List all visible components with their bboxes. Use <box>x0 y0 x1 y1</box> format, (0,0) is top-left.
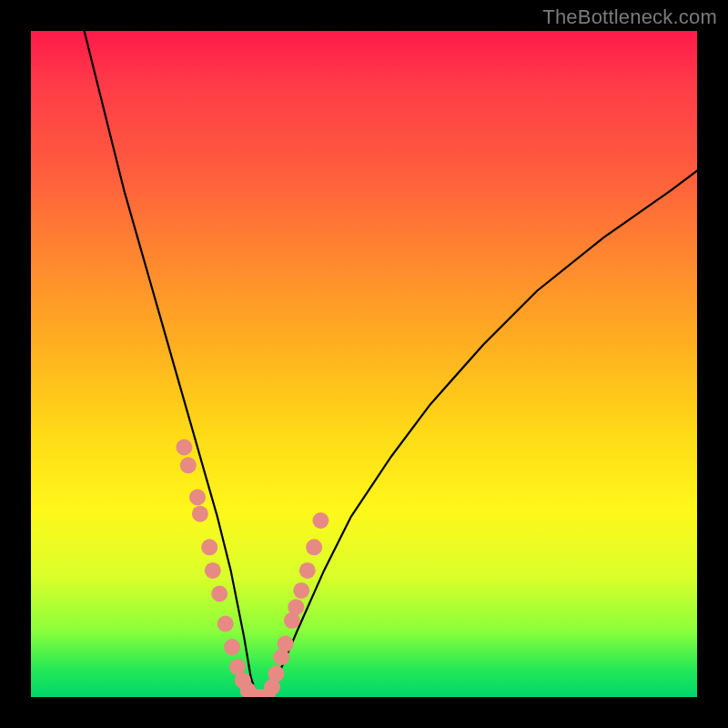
curve-marker <box>224 639 240 655</box>
curve-marker <box>180 457 197 473</box>
curve-marker <box>192 506 208 522</box>
curve-marker <box>293 582 309 599</box>
curve-marker <box>278 635 294 652</box>
watermark-text: TheBottleneck.com <box>542 5 717 29</box>
bottleneck-curve-path <box>85 31 697 697</box>
curve-marker <box>312 512 329 529</box>
curve-marker <box>299 562 316 579</box>
curve-marker <box>201 539 217 555</box>
curve-marker <box>217 616 234 632</box>
curve-marker <box>306 539 322 555</box>
curve-marker <box>211 586 228 602</box>
curve-markers-left <box>176 440 256 698</box>
curve-marker <box>176 440 192 456</box>
chart-svg <box>31 31 697 697</box>
curve-marker <box>205 562 221 579</box>
curve-markers-right <box>264 512 329 695</box>
curve-markers-bottom <box>244 689 276 697</box>
curve-marker <box>288 599 304 615</box>
chart-frame: TheBottleneck.com <box>0 0 728 728</box>
curve-marker <box>189 489 206 505</box>
curve-marker <box>268 665 284 682</box>
plot-area <box>31 31 697 697</box>
